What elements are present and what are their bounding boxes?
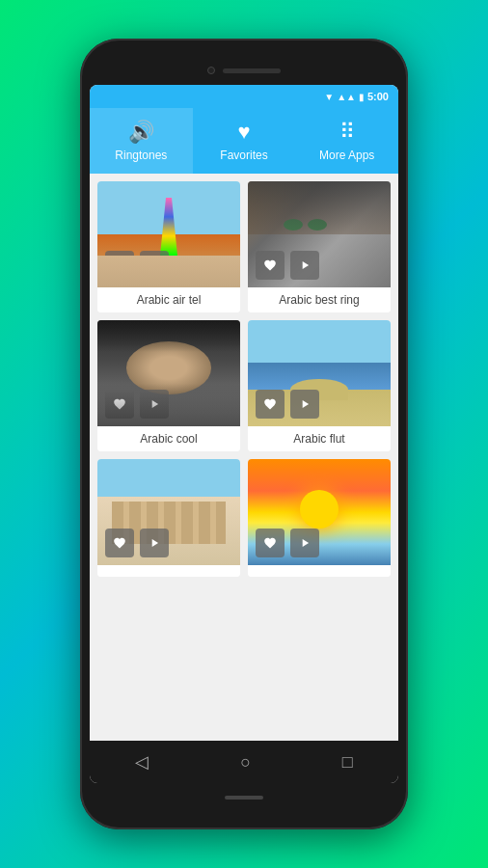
card-controls-1 — [105, 251, 169, 280]
card-image-6 — [248, 459, 391, 565]
play-icon-3 — [148, 397, 161, 411]
heart-icon-3 — [113, 397, 126, 411]
phone-top — [90, 56, 398, 85]
card-title-4: Arabic flut — [248, 426, 391, 451]
back-button[interactable]: ◁ — [127, 744, 156, 780]
home-button[interactable]: ○ — [232, 745, 258, 780]
phone-shell: ▼ ▲▲ ▮ 5:00 🔊 Ringtones ♥ Favorites ⠿ Mo… — [80, 39, 408, 829]
nav-bottom: ◁ ○ □ — [90, 741, 398, 783]
heart-icon-5 — [113, 536, 126, 550]
ringtone-card-4[interactable]: Arabic flut — [248, 320, 391, 451]
favorite-btn-1[interactable] — [105, 251, 134, 280]
heart-icon: ♥ — [237, 120, 250, 145]
battery-icon: ▮ — [359, 92, 365, 102]
play-btn-2[interactable] — [290, 251, 319, 280]
card-controls-2 — [256, 251, 319, 280]
content-area: Arabic air tel Arabi — [90, 174, 398, 741]
card-controls-4 — [256, 390, 319, 419]
heart-icon-2 — [263, 258, 277, 272]
ringtone-card-5[interactable] — [97, 459, 240, 577]
favorite-btn-6[interactable] — [256, 529, 285, 557]
ringtone-card-2[interactable]: Arabic best ring — [248, 181, 391, 312]
favorite-btn-3[interactable] — [105, 390, 134, 419]
ringtones-grid: Arabic air tel Arabi — [97, 181, 391, 577]
front-camera — [207, 67, 215, 74]
nav-more-apps[interactable]: ⠿ More Apps — [295, 108, 398, 174]
status-time: 5:00 — [367, 91, 389, 102]
heart-icon-1 — [113, 258, 126, 272]
nav-ringtones[interactable]: 🔊 Ringtones — [90, 108, 193, 174]
speaker-icon: 🔊 — [128, 120, 154, 145]
card-title-1: Arabic air tel — [97, 287, 240, 312]
card-title-3: Arabic cool — [97, 426, 240, 451]
ringtone-card-6[interactable] — [248, 459, 391, 577]
status-bar: ▼ ▲▲ ▮ 5:00 — [90, 85, 398, 108]
grid-icon: ⠿ — [339, 120, 355, 145]
play-icon-4 — [298, 397, 312, 411]
card-controls-6 — [256, 529, 319, 557]
nav-favorites-label: Favorites — [220, 149, 267, 162]
card-image-3 — [97, 320, 240, 426]
signal-icon: ▲▲ — [337, 92, 356, 102]
card-title-6 — [248, 565, 391, 577]
card-title-5 — [97, 565, 240, 577]
card-image-2 — [248, 181, 391, 287]
play-btn-6[interactable] — [290, 529, 319, 557]
recents-button[interactable]: □ — [335, 745, 361, 780]
card-image-4 — [248, 320, 391, 426]
card-image-1 — [97, 181, 240, 287]
play-btn-1[interactable] — [140, 251, 169, 280]
card-controls-5 — [105, 529, 169, 557]
play-btn-5[interactable] — [140, 529, 169, 557]
phone-screen: ▼ ▲▲ ▮ 5:00 🔊 Ringtones ♥ Favorites ⠿ Mo… — [90, 85, 398, 783]
favorite-btn-5[interactable] — [105, 529, 134, 557]
card-title-2: Arabic best ring — [248, 287, 391, 312]
favorite-btn-4[interactable] — [256, 390, 285, 419]
favorite-btn-2[interactable] — [256, 251, 285, 280]
phone-bottom — [90, 783, 398, 812]
status-icons: ▼ ▲▲ ▮ 5:00 — [324, 91, 389, 102]
play-icon-5 — [148, 536, 161, 550]
card-controls-3 — [105, 390, 169, 419]
nav-favorites[interactable]: ♥ Favorites — [193, 108, 296, 174]
ringtone-card-3[interactable]: Arabic cool — [97, 320, 240, 451]
play-icon-2 — [298, 258, 312, 272]
ringtone-card-1[interactable]: Arabic air tel — [97, 181, 240, 312]
speaker-grille — [223, 68, 281, 73]
play-btn-3[interactable] — [140, 390, 169, 419]
card-image-5 — [97, 459, 240, 565]
heart-icon-4 — [263, 397, 277, 411]
play-icon-1 — [148, 258, 161, 272]
play-icon-6 — [298, 536, 312, 550]
play-btn-4[interactable] — [290, 390, 319, 419]
heart-icon-6 — [263, 536, 277, 550]
home-indicator — [225, 796, 263, 800]
nav-ringtones-label: Ringtones — [115, 149, 167, 162]
top-nav: 🔊 Ringtones ♥ Favorites ⠿ More Apps — [90, 108, 398, 174]
nav-more-apps-label: More Apps — [319, 149, 374, 162]
wifi-icon: ▼ — [324, 92, 334, 102]
